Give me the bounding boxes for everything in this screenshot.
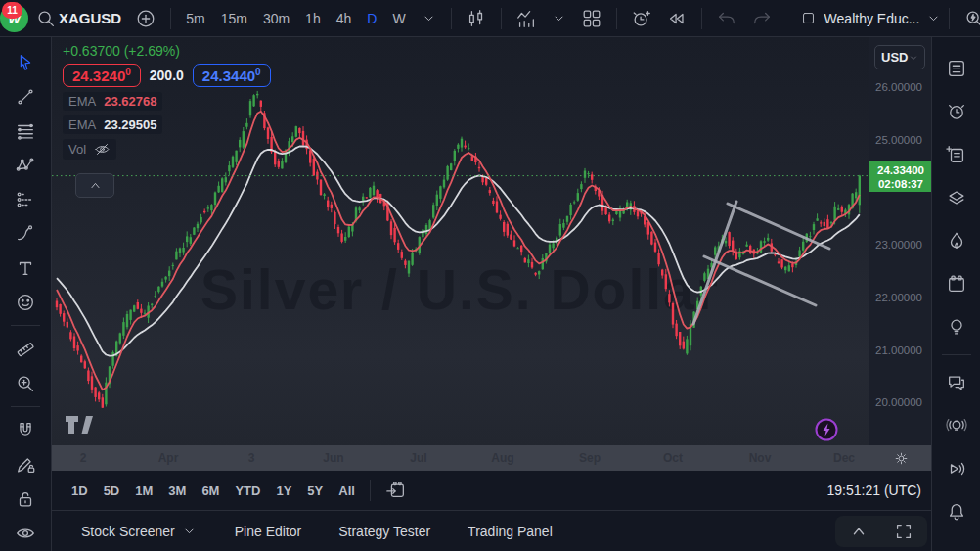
timeframe-4h[interactable]: 4h [329,11,360,26]
hotlist-flame-button[interactable] [938,219,975,262]
range-3m-button[interactable]: 3M [160,479,194,503]
text-button[interactable] [7,251,44,285]
notifications-bell-button[interactable] [938,490,975,533]
create-alert-button[interactable] [624,2,659,35]
hide-all-button[interactable] [7,516,44,550]
tab-pine-editor[interactable]: Pine Editor [223,518,313,545]
chevron-down-icon [551,10,567,26]
time-label-Jul: Jul [410,451,426,465]
layout-select-button[interactable]: Wealthy Educ... [793,2,950,35]
xabcd-pattern-button[interactable] [7,148,44,182]
go-to-date-button[interactable] [378,475,415,506]
tab-strategy-tester[interactable]: Strategy Tester [327,518,442,545]
drawing-pencil-lock-button[interactable] [7,447,44,482]
object-tree-button[interactable] [938,176,975,219]
timeframe-D[interactable]: D [359,11,384,26]
alarm-icon [946,101,967,122]
zoom-in-button[interactable] [7,366,44,400]
undo-button[interactable] [709,2,744,35]
magnet-icon [15,420,36,441]
range-buttons: 1D5D1M3M6MYTD1Y5YAll [64,479,363,503]
watchlist-button[interactable] [938,47,975,90]
streams-play-icon [946,458,967,480]
timeframe-1h[interactable]: 1h [297,11,329,26]
redo-button[interactable] [744,2,780,35]
streams-play-button[interactable] [938,447,975,490]
current-price-label: 24.33400 02:08:37 [869,161,932,192]
emoji-icon [15,292,36,313]
logo-wrap[interactable]: w 11 [0,4,28,32]
currency-dropdown[interactable]: USD [874,45,925,69]
layout-grid-button[interactable] [574,2,609,35]
time-label-2: 2 [80,451,87,465]
indicators-button[interactable] [509,2,544,35]
indicators-menu-button[interactable] [544,2,574,35]
square-icon [800,10,817,26]
range-1y-button[interactable]: 1Y [268,479,299,503]
fullscreen-button[interactable] [886,519,921,544]
bar-replay-button[interactable] [659,2,694,35]
tab-stock-screener[interactable]: Stock Screener [69,517,209,545]
timeframe-30m[interactable]: 30m [255,11,297,26]
lock-all-button[interactable] [7,482,44,516]
chevron-down-icon [908,52,919,64]
range-5y-button[interactable]: 5Y [299,479,331,503]
notes-button[interactable] [938,133,975,176]
plus-circle-icon [135,8,156,29]
brush-button[interactable] [7,216,44,251]
utc-clock[interactable]: 19:51:21 (UTC) [827,482,921,498]
toolbar-divider [949,8,950,29]
idea-stream-button[interactable] [938,404,975,447]
chevron-up-icon [87,177,104,194]
timeframe-15m[interactable]: 15m [213,11,255,26]
axis-settings-corner[interactable] [869,445,932,471]
timeframe-W[interactable]: W [384,11,413,26]
panel-expand-button[interactable] [841,519,876,544]
ema-fast-row[interactable]: EMA 23.62768 [63,92,162,111]
notes-icon [946,144,967,165]
chart-style-button[interactable] [459,2,494,35]
eye-off-icon[interactable] [94,141,111,158]
emoji-button[interactable] [7,285,44,319]
toolbar-divider [170,8,171,29]
ruler-button[interactable] [7,332,44,366]
compare-add-button[interactable] [128,2,163,35]
price-label-23: 23.00000 [875,239,922,251]
trend-line-button[interactable] [7,79,44,114]
axis-settings-gear-icon [893,450,910,467]
tab-trading-panel[interactable]: Trading Panel [456,518,564,545]
range-ytd-button[interactable]: YTD [227,479,268,503]
range-all-button[interactable]: All [331,479,363,503]
time-axis[interactable]: 2Apr3JunJulAugSepOctNovDec [52,445,931,471]
price-axis[interactable]: USD 26.0000025.0000023.0000022.0000021.0… [869,37,931,445]
idea-bulb-button[interactable] [938,305,975,348]
ask-price-box[interactable]: 24.34400 [193,64,271,87]
chevron-down-icon [908,52,919,64]
time-label-Aug: Aug [491,451,513,465]
tradingview-logo-icon [65,414,94,436]
legend-collapse-button[interactable] [75,173,114,198]
range-1d-button[interactable]: 1D [64,479,96,503]
timeframe-5m[interactable]: 5m [178,11,212,26]
cursor-button[interactable] [7,45,44,79]
tradingview-logo[interactable] [65,414,94,439]
timeframe-group: 5m15m30m1h4hDW [178,11,413,26]
magnet-button[interactable] [7,413,44,447]
price-label-21: 21.00000 [875,344,922,356]
range-1m-button[interactable]: 1M [127,479,160,503]
timeframe-menu-button[interactable] [414,2,444,35]
calendar-button[interactable] [938,262,975,305]
bid-price-box[interactable]: 24.32400 [63,64,141,87]
chat-button[interactable] [938,361,975,404]
quick-search-button[interactable] [957,2,980,35]
forecast-button[interactable] [7,182,44,216]
price-label-26: 26.00000 [875,81,922,93]
instant-trading-bolt-button[interactable] [814,417,839,446]
fib-retracement-button[interactable] [7,114,44,148]
symbol-search-button[interactable]: XAGUSD [28,2,128,35]
range-5d-button[interactable]: 5D [96,479,128,503]
volume-row[interactable]: Vol [63,139,116,160]
range-6m-button[interactable]: 6M [194,479,227,503]
alarm-button[interactable] [938,90,975,133]
ema-slow-row[interactable]: EMA 23.29505 [63,115,162,134]
